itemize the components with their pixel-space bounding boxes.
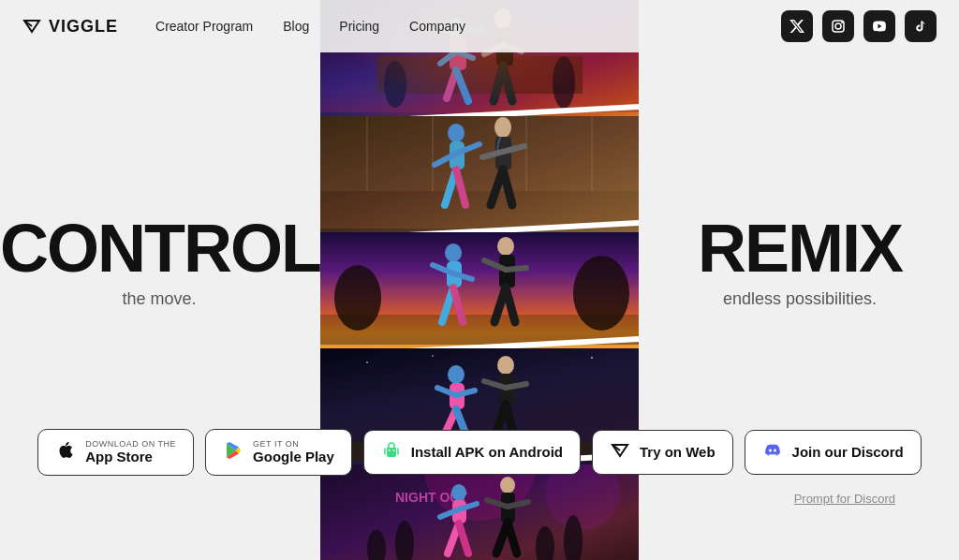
left-hero-text: CONTROL the move. [0, 214, 318, 309]
svg-point-3 [835, 23, 841, 29]
google-play-main-label: Google Play [253, 449, 334, 465]
right-sub-word: endless possibilities. [641, 289, 959, 309]
nav-company[interactable]: Company [409, 19, 465, 34]
svg-rect-7 [376, 56, 583, 94]
center-image-strip: ICE GRAIN [320, 0, 639, 560]
x-twitter-icon[interactable] [781, 10, 813, 42]
svg-line-18 [494, 66, 503, 101]
svg-point-43 [573, 256, 629, 331]
discord-prompt-link[interactable]: Prompt for Discord [794, 492, 895, 506]
svg-point-62 [448, 365, 465, 384]
discord-text: Join our Discord [792, 444, 904, 461]
logo-text: VIGGLE [49, 17, 118, 37]
svg-line-14 [440, 52, 456, 64]
navbar: VIGGLE Creator Program Blog Pricing Comp… [0, 0, 959, 52]
discord-icon [762, 440, 783, 464]
svg-point-34 [494, 117, 511, 138]
svg-point-44 [445, 243, 462, 262]
left-big-word: CONTROL [0, 214, 318, 282]
viggle-web-icon [610, 440, 630, 464]
scene5-illustration: NIGHT OUT [320, 464, 639, 560]
install-apk-main-label: Install APK on Android [411, 444, 563, 461]
svg-point-57 [366, 361, 368, 363]
svg-point-98 [392, 449, 394, 451]
nav-blog[interactable]: Blog [283, 19, 309, 34]
svg-point-42 [334, 265, 381, 331]
scene-panel-2 [320, 116, 639, 232]
svg-line-55 [506, 268, 526, 270]
youtube-icon[interactable] [863, 10, 895, 42]
svg-point-91 [500, 477, 515, 494]
svg-line-15 [456, 52, 473, 58]
google-play-small-label: GET IT ON [253, 439, 299, 449]
scene-panel-5: NIGHT OUT [320, 464, 639, 560]
svg-point-9 [553, 56, 575, 109]
app-store-main-label: App Store [85, 449, 153, 465]
google-play-icon [223, 440, 243, 464]
try-on-web-button[interactable]: Try on Web [592, 430, 733, 475]
google-play-button[interactable]: GET IT ON Google Play [205, 429, 352, 476]
svg-point-4 [841, 22, 843, 23]
svg-point-85 [451, 484, 466, 501]
scene2-illustration [320, 116, 639, 228]
nav-links: Creator Program Blog Pricing Company [155, 19, 465, 34]
svg-point-60 [591, 357, 593, 359]
android-icon [381, 440, 402, 464]
install-apk-button[interactable]: Install APK on Android [363, 430, 581, 475]
discord-main-label: Join our Discord [792, 444, 904, 461]
right-hero-text: REMIX endless possibilities. [641, 214, 959, 309]
svg-point-28 [448, 124, 465, 142]
svg-rect-23 [320, 116, 639, 191]
right-big-word: REMIX [641, 214, 959, 282]
tiktok-icon[interactable] [905, 10, 937, 42]
cta-buttons-row: Download on the App Store GET IT ON Goog… [0, 429, 959, 476]
svg-point-8 [384, 61, 406, 108]
svg-point-71 [497, 356, 514, 375]
svg-point-97 [388, 449, 390, 451]
svg-line-19 [503, 66, 512, 101]
left-sub-word: the move. [0, 289, 318, 309]
scene3-illustration [320, 232, 639, 345]
scene-panel-3 [320, 232, 639, 348]
social-icons [781, 10, 937, 42]
svg-line-12 [447, 70, 456, 98]
app-store-small-label: Download on the [85, 439, 176, 449]
svg-line-76 [506, 384, 526, 388]
app-store-text: Download on the App Store [85, 439, 176, 465]
try-on-web-text: Try on Web [640, 444, 716, 461]
app-store-button[interactable]: Download on the App Store [37, 429, 194, 476]
nav-pricing[interactable]: Pricing [339, 19, 379, 34]
viggle-logo-icon [22, 17, 41, 36]
install-apk-text: Install APK on Android [411, 444, 563, 461]
logo[interactable]: VIGGLE [22, 17, 118, 37]
svg-point-50 [497, 237, 514, 256]
svg-point-58 [432, 355, 434, 357]
apple-icon [55, 440, 76, 464]
instagram-icon[interactable] [822, 10, 854, 42]
nav-creator-program[interactable]: Creator Program [155, 19, 253, 34]
svg-line-13 [456, 70, 468, 101]
try-on-web-main-label: Try on Web [640, 444, 716, 461]
google-play-text: GET IT ON Google Play [253, 439, 334, 465]
discord-button[interactable]: Join our Discord [745, 430, 922, 475]
